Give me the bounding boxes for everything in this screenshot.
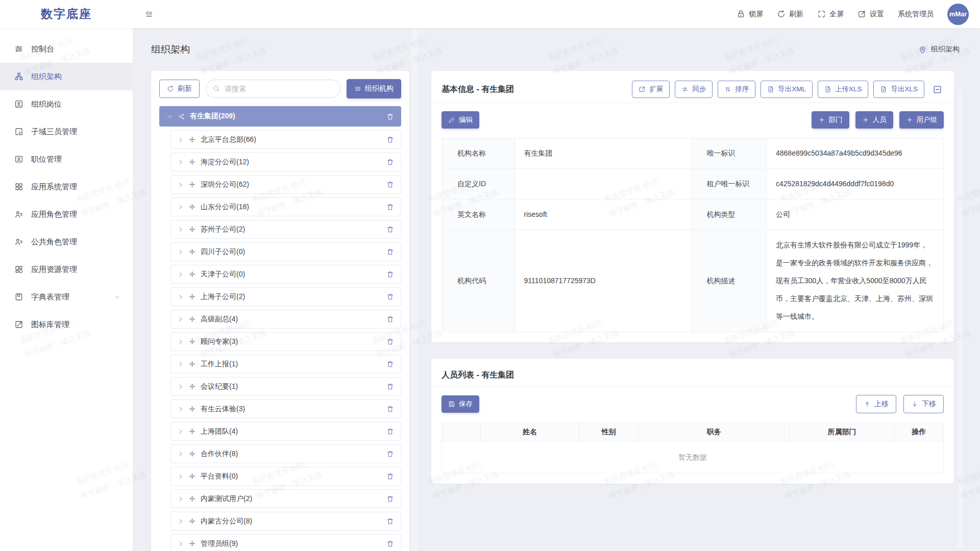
- lock-screen-button[interactable]: 锁屏: [737, 10, 763, 19]
- delete-icon[interactable]: [386, 136, 394, 143]
- chevron-right-icon[interactable]: [178, 429, 184, 435]
- export-xls-button[interactable]: 导出XLS: [873, 81, 924, 98]
- tree-node[interactable]: 上海团队(4): [170, 422, 401, 441]
- chevron-right-icon[interactable]: [178, 406, 184, 412]
- chevron-right-icon[interactable]: [178, 451, 184, 457]
- drag-handle-icon[interactable]: [189, 316, 195, 322]
- delete-icon[interactable]: [386, 203, 394, 211]
- drag-handle-icon[interactable]: [189, 136, 195, 143]
- delete-icon[interactable]: [386, 383, 394, 390]
- fullscreen-button[interactable]: 全屏: [817, 10, 844, 19]
- delete-icon[interactable]: [386, 113, 394, 120]
- drag-handle-icon[interactable]: [189, 450, 195, 457]
- sidebar-item-org-post[interactable]: 组织岗位: [0, 90, 133, 118]
- chevron-right-icon[interactable]: [178, 159, 184, 165]
- sidebar-item-subdomain-admins[interactable]: 子域三员管理: [0, 118, 133, 145]
- tree-node[interactable]: 上海子公司(2): [170, 287, 401, 306]
- drag-handle-icon[interactable]: [189, 204, 195, 210]
- delete-icon[interactable]: [386, 293, 394, 300]
- chevron-right-icon[interactable]: [178, 249, 184, 255]
- delete-icon[interactable]: [386, 315, 394, 323]
- tree-node[interactable]: 深圳分公司(62): [170, 175, 401, 194]
- chevron-right-icon[interactable]: [178, 361, 184, 367]
- sidebar-item-dict-table-mgmt[interactable]: 字典表管理: [0, 283, 133, 311]
- chevron-right-icon[interactable]: [178, 496, 184, 502]
- delete-icon[interactable]: [386, 181, 394, 188]
- delete-icon[interactable]: [386, 270, 394, 278]
- sort-button[interactable]: 排序: [718, 81, 755, 98]
- sidebar-item-app-role-mgmt[interactable]: 应用角色管理: [0, 201, 133, 228]
- chevron-right-icon[interactable]: [178, 271, 184, 278]
- tree-node[interactable]: 内蒙古分公司(8): [170, 512, 401, 531]
- add-user-group-button[interactable]: 用户组: [899, 111, 944, 129]
- chevron-right-icon[interactable]: [178, 137, 184, 143]
- delete-icon[interactable]: [386, 428, 394, 435]
- tree-node[interactable]: 海淀分公司(12): [170, 153, 401, 171]
- delete-icon[interactable]: [386, 248, 394, 256]
- save-button[interactable]: 保存: [442, 395, 479, 413]
- drag-handle-icon[interactable]: [189, 293, 195, 300]
- tree-node[interactable]: 苏州子公司(2): [170, 220, 401, 239]
- tree-node[interactable]: 山东分公司(18): [170, 197, 401, 216]
- drag-handle-icon[interactable]: [189, 159, 195, 165]
- delete-icon[interactable]: [386, 517, 394, 525]
- sidebar-item-app-resource-mgmt[interactable]: 应用资源管理: [0, 256, 133, 283]
- user-avatar[interactable]: mMar: [947, 4, 969, 25]
- sidebar-item-position-mgmt[interactable]: 职位管理: [0, 145, 133, 173]
- delete-icon[interactable]: [386, 472, 394, 480]
- sidebar-item-app-system-mgmt[interactable]: 应用系统管理: [0, 173, 133, 201]
- chevron-right-icon[interactable]: [178, 294, 184, 300]
- chevron-right-icon[interactable]: [178, 316, 184, 322]
- tree-node[interactable]: 合作伙伴(8): [170, 444, 401, 463]
- upload-xls-button[interactable]: 上传XLS: [818, 81, 869, 98]
- right-scrollbar-track[interactable]: [958, 89, 963, 548]
- tree-node[interactable]: 四川子公司(0): [170, 242, 401, 261]
- add-person-button[interactable]: 人员: [855, 111, 893, 129]
- sync-button[interactable]: 同步: [675, 81, 713, 98]
- tree-refresh-button[interactable]: 刷新: [159, 80, 200, 98]
- tree-node[interactable]: 内蒙测试用户(2): [170, 489, 401, 508]
- add-department-button[interactable]: 部门: [812, 111, 849, 129]
- delete-icon[interactable]: [386, 158, 394, 166]
- expand-button[interactable]: 扩展: [632, 81, 670, 98]
- tree-node[interactable]: 北京平台总部(66): [170, 130, 401, 149]
- sidebar-collapse-button[interactable]: [145, 8, 157, 20]
- refresh-button[interactable]: 刷新: [777, 10, 803, 19]
- chevron-right-icon[interactable]: [178, 518, 184, 524]
- delete-icon[interactable]: [386, 405, 394, 413]
- tree-node[interactable]: 工作上报(1): [170, 355, 401, 373]
- chevron-down-icon[interactable]: [166, 113, 173, 120]
- chevron-right-icon[interactable]: [178, 182, 184, 188]
- drag-handle-icon[interactable]: [189, 181, 195, 188]
- sidebar-item-icon-library-mgmt[interactable]: 图标库管理: [0, 311, 133, 338]
- export-xml-button[interactable]: 导出XML: [761, 81, 813, 98]
- tree-search-input[interactable]: [206, 80, 340, 98]
- drag-handle-icon[interactable]: [189, 428, 195, 435]
- chevron-right-icon[interactable]: [178, 473, 184, 480]
- delete-icon[interactable]: [386, 450, 394, 458]
- move-up-button[interactable]: 上移: [856, 395, 896, 413]
- sidebar-item-public-role-mgmt[interactable]: 公共角色管理: [0, 228, 133, 256]
- delete-icon[interactable]: [386, 338, 394, 345]
- sidebar-item-console[interactable]: 控制台: [0, 35, 133, 63]
- drag-handle-icon[interactable]: [189, 271, 195, 278]
- drag-handle-icon[interactable]: [189, 518, 195, 524]
- drag-handle-icon[interactable]: [189, 248, 195, 255]
- tree-node[interactable]: 天津子公司(0): [170, 265, 401, 284]
- drag-handle-icon[interactable]: [189, 383, 195, 390]
- tree-root-node[interactable]: 有生集团(209): [159, 106, 401, 127]
- chevron-right-icon[interactable]: [178, 204, 184, 210]
- delete-icon[interactable]: [386, 495, 394, 503]
- drag-handle-icon[interactable]: [189, 540, 195, 547]
- current-user-name[interactable]: 系统管理员: [898, 10, 934, 19]
- drag-handle-icon[interactable]: [189, 495, 195, 502]
- delete-icon[interactable]: [386, 360, 394, 368]
- drag-handle-icon[interactable]: [189, 361, 195, 367]
- delete-icon[interactable]: [386, 540, 394, 547]
- tree-node[interactable]: 顾问专家(3): [170, 332, 401, 351]
- drag-handle-icon[interactable]: [189, 406, 195, 412]
- tree-node[interactable]: 有生云体验(3): [170, 399, 401, 418]
- tree-node[interactable]: 高级副总(4): [170, 310, 401, 329]
- chevron-right-icon[interactable]: [178, 339, 184, 345]
- move-down-button[interactable]: 下移: [903, 395, 944, 413]
